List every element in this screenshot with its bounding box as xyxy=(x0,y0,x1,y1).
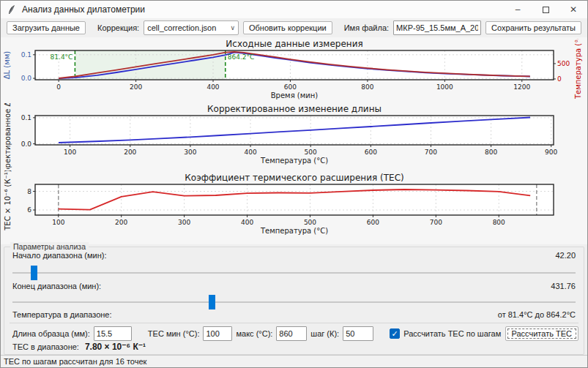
tec-result-row: TEC в диапазоне: 7.80 × 10⁻⁶ К⁻¹ xyxy=(12,342,146,352)
tec-max-label: макс (°C): xyxy=(236,329,272,338)
refresh-corrections-button[interactable]: Обновить коррекции xyxy=(243,21,332,34)
filename-label: Имя файла: xyxy=(344,23,389,32)
svg-text:900: 900 xyxy=(545,149,557,156)
close-button[interactable]: ✕ xyxy=(559,1,587,18)
range-start-row: Начало диапазона (мин): 42.20 xyxy=(12,251,576,260)
sample-length-label: Длина образца (мм): xyxy=(12,329,90,338)
svg-text:200: 200 xyxy=(115,219,127,226)
range-end-label: Конец диапазона (мин): xyxy=(12,282,101,290)
range-start-label: Начало диапазона (мин): xyxy=(12,251,106,260)
svg-text:800: 800 xyxy=(361,83,373,91)
sample-length-input[interactable] xyxy=(94,326,132,341)
svg-text:TEC × 10⁻⁶ (К⁻¹): TEC × 10⁻⁶ (К⁻¹) xyxy=(4,170,12,231)
load-data-button[interactable]: Загрузить данные xyxy=(7,21,86,34)
range-start-value: 42.20 xyxy=(555,251,576,260)
svg-text:864.2°C: 864.2°C xyxy=(228,53,255,61)
svg-text:Исходные данные измерения: Исходные данные измерения xyxy=(226,39,362,49)
svg-text:Температура (°C): Температура (°C) xyxy=(260,157,328,165)
range-start-slider-track[interactable] xyxy=(12,272,576,274)
svg-text:400: 400 xyxy=(244,149,256,156)
tec-chart: 10020030040050060070080068Коэффициент те… xyxy=(1,170,588,242)
range-end-slider-thumb[interactable] xyxy=(209,295,215,309)
svg-text:500: 500 xyxy=(557,60,570,67)
step-label: шаг (К): xyxy=(310,329,339,338)
svg-text:0.0: 0.0 xyxy=(21,140,32,148)
svg-text:500: 500 xyxy=(305,149,317,156)
svg-text:0: 0 xyxy=(557,75,562,83)
temp-range-label: Температура в диапазоне: xyxy=(12,310,112,319)
app-window: Анализ данных дилатометрии – ✕ Загрузить… xyxy=(0,0,588,368)
maximize-icon xyxy=(543,7,549,13)
window-title: Анализ данных дилатометрии xyxy=(22,4,145,15)
svg-text:0: 0 xyxy=(56,83,61,91)
svg-text:600: 600 xyxy=(284,83,297,91)
temp-range-value: от 81.4°C до 864.2°C xyxy=(498,310,576,319)
svg-text:700: 700 xyxy=(425,149,437,156)
status-text: TEC по шагам рассчитан для 16 точек xyxy=(4,357,146,366)
svg-text:8: 8 xyxy=(27,188,31,195)
svg-text:400: 400 xyxy=(206,83,219,91)
range-start-slider-thumb[interactable] xyxy=(31,266,37,280)
svg-text:Температура (°C): Температура (°C) xyxy=(574,39,582,99)
calculate-tec-button[interactable]: Рассчитать TEC xyxy=(505,326,578,341)
range-end-row: Конец диапазона (мин): 431.76 xyxy=(12,282,576,290)
tec-settings-row: Длина образца (мм): TEC мин (°C): макс (… xyxy=(12,326,578,342)
temp-range-row: Температура в диапазоне: от 81.4°C до 86… xyxy=(12,310,576,319)
title-bar: Анализ данных дилатометрии – ✕ xyxy=(1,1,587,18)
svg-text:100: 100 xyxy=(64,149,76,156)
stepwise-checkbox[interactable]: ✓ xyxy=(390,328,400,339)
figure-area: 0200400600800100012000.00.1050081.4°C864… xyxy=(1,37,588,244)
corrected-length-chart: 1002003004005006007008009000.00.1Коррект… xyxy=(1,103,588,170)
chevron-down-icon: ∨ xyxy=(230,24,235,31)
svg-text:200: 200 xyxy=(130,83,142,91)
toolbar: Загрузить данные Коррекция: cell_correct… xyxy=(1,18,587,37)
svg-text:600: 600 xyxy=(367,219,379,226)
tec-min-input[interactable] xyxy=(203,326,232,341)
svg-text:500: 500 xyxy=(304,219,316,226)
correction-label: Коррекция: xyxy=(97,23,139,32)
tec-max-input[interactable] xyxy=(276,326,307,341)
range-end-slider-track[interactable] xyxy=(12,301,576,303)
svg-text:300: 300 xyxy=(178,219,190,226)
filename-input[interactable] xyxy=(393,20,481,35)
svg-text:800: 800 xyxy=(485,149,497,156)
save-results-button[interactable]: Сохранить результаты xyxy=(485,21,581,34)
svg-text:600: 600 xyxy=(365,149,377,156)
svg-text:200: 200 xyxy=(124,149,136,156)
correction-combobox-value: cell_correction.json xyxy=(147,23,227,32)
analysis-params-label: Параметры анализа xyxy=(10,242,89,251)
tec-range-value: 7.80 × 10⁻⁶ К⁻¹ xyxy=(85,342,146,352)
svg-text:Корректированное ΔL (мм): Корректированное ΔL (мм) xyxy=(4,103,12,169)
step-input[interactable] xyxy=(343,326,373,341)
maximize-button[interactable] xyxy=(532,1,559,18)
svg-text:400: 400 xyxy=(241,219,253,226)
svg-text:1000: 1000 xyxy=(436,83,453,91)
svg-text:1200: 1200 xyxy=(513,83,530,91)
app-icon xyxy=(7,4,16,15)
svg-text:Коэффициент термического расши: Коэффициент термического расширения (TEC… xyxy=(185,173,403,183)
svg-text:0.0: 0.0 xyxy=(21,75,32,82)
svg-text:ΔL (мм): ΔL (мм) xyxy=(3,51,11,80)
tec-min-label: TEC мин (°C): xyxy=(148,329,200,338)
svg-text:81.4°C: 81.4°C xyxy=(51,53,73,61)
svg-text:100: 100 xyxy=(52,219,64,226)
svg-text:300: 300 xyxy=(184,149,196,156)
svg-text:0.1: 0.1 xyxy=(21,114,31,121)
svg-text:0.1: 0.1 xyxy=(21,51,31,59)
stepwise-checkbox-label: Рассчитать TEC по шагам xyxy=(403,329,501,338)
svg-text:800: 800 xyxy=(493,219,505,226)
svg-text:Температура (°C): Температура (°C) xyxy=(260,227,328,235)
range-end-value: 431.76 xyxy=(551,282,576,290)
raw-data-chart: 0200400600800100012000.00.1050081.4°C864… xyxy=(1,39,588,103)
range-start-slider[interactable] xyxy=(11,266,577,280)
tec-range-label: TEC в диапазоне: xyxy=(12,342,79,351)
svg-text:6: 6 xyxy=(27,206,31,214)
svg-text:Корректированное изменение дли: Корректированное изменение длины xyxy=(207,104,382,114)
minimize-button[interactable]: – xyxy=(504,1,532,18)
range-end-slider[interactable] xyxy=(11,295,577,309)
status-bar: TEC по шагам рассчитан для 16 точек xyxy=(1,355,587,367)
correction-combobox[interactable]: cell_correction.json ∨ xyxy=(144,20,239,35)
svg-text:Время (мин): Время (мин) xyxy=(271,91,319,99)
separator xyxy=(10,323,578,323)
svg-text:700: 700 xyxy=(430,219,442,226)
